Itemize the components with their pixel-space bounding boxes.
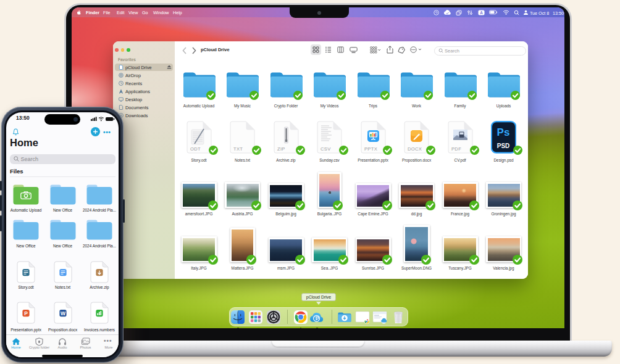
svg-text:DOCX: DOCX — [408, 146, 422, 152]
svg-text:PPTX: PPTX — [364, 146, 377, 152]
svg-text:PDF: PDF — [451, 146, 461, 152]
svg-text:P: P — [24, 310, 28, 316]
svg-text:Ps: Ps — [497, 126, 510, 138]
svg-text:A: A — [480, 10, 483, 14]
svg-text:PSD: PSD — [497, 143, 510, 149]
svg-text:ODT: ODT — [190, 146, 201, 152]
svg-text:CSV: CSV — [320, 146, 331, 152]
svg-text:TXT: TXT — [233, 146, 243, 152]
svg-text:W: W — [60, 310, 65, 316]
svg-text:ZIP: ZIP — [277, 146, 285, 152]
